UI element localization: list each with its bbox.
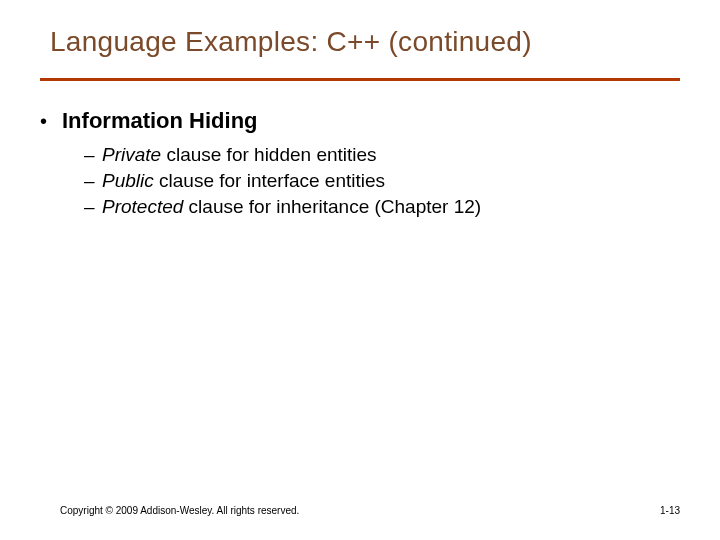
- bullet-level2-text: Private clause for hidden entities: [102, 144, 377, 166]
- footer-page-number: 1-13: [660, 505, 680, 516]
- bullet-level2-text: Protected clause for inheritance (Chapte…: [102, 196, 481, 218]
- italic-term: Protected: [102, 196, 183, 217]
- footer-copyright: Copyright © 2009 Addison-Wesley. All rig…: [60, 505, 299, 516]
- bullet-level2: – Protected clause for inheritance (Chap…: [84, 196, 680, 218]
- slide: Language Examples: C++ (continued) • Inf…: [0, 0, 720, 540]
- content-area: • Information Hiding – Private clause fo…: [40, 108, 680, 222]
- bullet-level1-text: Information Hiding: [62, 108, 258, 134]
- italic-term: Private: [102, 144, 161, 165]
- bullet-level2: – Public clause for interface entities: [84, 170, 680, 192]
- bullet-dash-icon: –: [84, 196, 102, 218]
- title-divider: [40, 78, 680, 81]
- bullet-dash-icon: –: [84, 170, 102, 192]
- rest-text: clause for inheritance (Chapter 12): [183, 196, 481, 217]
- bullet-dot-icon: •: [40, 111, 62, 131]
- bullet-dash-icon: –: [84, 144, 102, 166]
- bullet-level2-text: Public clause for interface entities: [102, 170, 385, 192]
- rest-text: clause for interface entities: [154, 170, 385, 191]
- bullet-level1: • Information Hiding: [40, 108, 680, 134]
- slide-title: Language Examples: C++ (continued): [50, 26, 680, 58]
- sub-bullet-list: – Private clause for hidden entities – P…: [84, 144, 680, 218]
- bullet-level2: – Private clause for hidden entities: [84, 144, 680, 166]
- italic-term: Public: [102, 170, 154, 191]
- rest-text: clause for hidden entities: [161, 144, 376, 165]
